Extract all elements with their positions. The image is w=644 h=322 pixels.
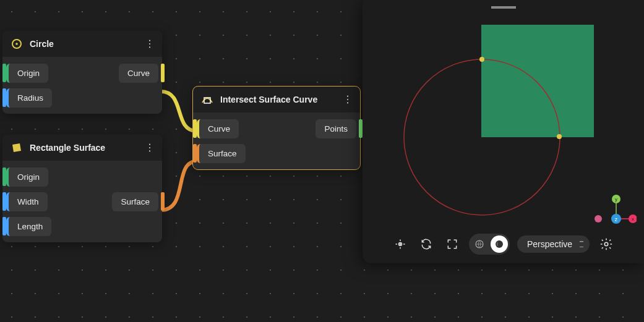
shading-mode-toggle[interactable] xyxy=(469,234,510,255)
kebab-menu-icon[interactable]: ⋯ xyxy=(148,143,152,153)
port-label: Points xyxy=(324,124,348,133)
port-length[interactable]: Length xyxy=(6,217,51,236)
port-label: Radius xyxy=(17,93,43,103)
port-label: Curve xyxy=(208,124,230,133)
port-surface[interactable]: Surface xyxy=(112,192,158,211)
camera-mode-select[interactable]: Perspective xyxy=(517,235,590,253)
port-width[interactable]: Width xyxy=(6,192,48,211)
axis-gizmo[interactable]: z y x xyxy=(587,192,637,229)
node-title: Rectangle Surface xyxy=(30,143,139,153)
camera-mode-label: Perspective xyxy=(527,239,572,249)
shaded-mode-icon[interactable] xyxy=(491,235,508,253)
kebab-menu-icon[interactable]: ⋯ xyxy=(148,39,152,49)
svg-point-11 xyxy=(595,215,602,222)
port-surface[interactable]: Surface xyxy=(197,144,246,163)
svg-point-15 xyxy=(604,242,608,246)
node-header[interactable]: Circle ⋯ xyxy=(2,31,162,57)
node-header[interactable]: Intersect Surface Curve ⋯ xyxy=(193,87,360,112)
scene-rectangle xyxy=(481,25,594,137)
intersection-point xyxy=(557,134,562,139)
intersection-point xyxy=(479,57,484,62)
svg-text:x: x xyxy=(632,216,634,222)
port-curve[interactable]: Curve xyxy=(197,119,239,138)
port-label: Length xyxy=(17,222,43,231)
node-header[interactable]: Rectangle Surface ⋯ xyxy=(2,135,162,161)
node-circle[interactable]: Circle ⋯ Origin Curve Radius xyxy=(2,31,162,114)
port-label: Width xyxy=(17,197,39,206)
viewport-panel[interactable]: z y x Perspective xyxy=(363,0,644,263)
wireframe-mode-icon[interactable] xyxy=(471,235,488,253)
kebab-menu-icon[interactable]: ⋯ xyxy=(346,95,350,104)
port-origin[interactable]: Origin xyxy=(6,167,48,187)
intersect-icon xyxy=(200,93,214,106)
port-label: Curve xyxy=(127,69,150,78)
node-intersect-surface-curve[interactable]: Intersect Surface Curve ⋯ Curve Points S… xyxy=(193,87,360,169)
svg-text:y: y xyxy=(615,197,617,202)
node-title: Circle xyxy=(30,39,139,49)
viewport-toolbar: Perspective xyxy=(363,234,644,255)
node-title: Intersect Surface Curve xyxy=(220,95,337,104)
rectangle-surface-icon xyxy=(10,141,24,155)
refresh-icon[interactable] xyxy=(417,235,436,253)
svg-text:z: z xyxy=(615,216,618,222)
circle-icon xyxy=(10,37,24,51)
fullscreen-icon[interactable] xyxy=(443,235,462,253)
port-radius[interactable]: Radius xyxy=(6,88,52,108)
port-curve[interactable]: Curve xyxy=(119,64,158,83)
port-label: Origin xyxy=(17,69,40,78)
settings-icon[interactable] xyxy=(597,235,616,253)
port-origin[interactable]: Origin xyxy=(6,64,48,83)
node-rectangle-surface[interactable]: Rectangle Surface ⋯ Origin Width Surface… xyxy=(2,135,162,242)
port-points[interactable]: Points xyxy=(316,119,356,138)
port-label: Surface xyxy=(121,197,150,206)
port-label: Origin xyxy=(17,172,40,182)
svg-point-1 xyxy=(15,43,18,45)
locate-icon[interactable] xyxy=(391,235,410,253)
port-label: Surface xyxy=(208,149,237,158)
